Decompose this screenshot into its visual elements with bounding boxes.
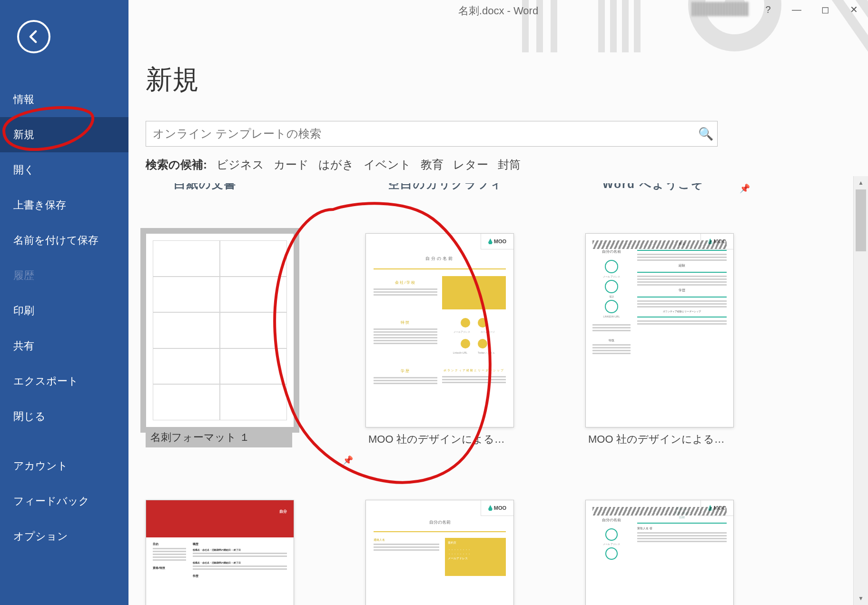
nav-share[interactable]: 共有: [0, 328, 128, 364]
template-grid: 名刺フォーマット １ 📌 MOO 自分の名前 会社/学校: [146, 233, 799, 605]
template-moo-red[interactable]: MOO 自分 目的 資格/特技: [146, 500, 360, 605]
help-button[interactable]: ?: [754, 0, 782, 19]
suggestions-label: 検索の候補:: [146, 157, 207, 172]
search-icon[interactable]: 🔍: [694, 127, 717, 141]
nav-info[interactable]: 情報: [0, 82, 128, 117]
template-thumb: [146, 233, 294, 427]
clipped-title-blank: 白紙の文書: [174, 183, 237, 192]
close-button[interactable]: ✕: [839, 0, 868, 19]
template-search-input[interactable]: [146, 127, 694, 141]
search-suggestions: 検索の候補: ビジネス カード はがき イベント 教育 レター 封筒: [146, 157, 521, 172]
nav-list: 情報 新規 開く 上書き保存 名前を付けて保存 履歴 印刷 共有 エクスポート …: [0, 82, 128, 554]
scroll-track[interactable]: [854, 189, 868, 592]
template-search-box: 🔍: [146, 121, 718, 147]
pin-icon[interactable]: 📌: [343, 455, 353, 466]
nav-save-as[interactable]: 名前を付けて保存: [0, 223, 128, 258]
template-moo-teal-2[interactable]: MOO 自分の名前 メール アドレス 受取人名 役職 / 会社 日付: [585, 500, 799, 605]
suggestion-envelope[interactable]: 封筒: [498, 157, 521, 172]
vertical-scrollbar[interactable]: ▲ ▼: [853, 176, 868, 605]
template-thumb: MOO 自分 目的 資格/特技: [146, 500, 294, 605]
clipped-title-welcome: Word へようこそ: [602, 183, 704, 192]
suggestion-event[interactable]: イベント: [364, 157, 411, 172]
moo-name: 自分: [279, 509, 287, 514]
template-thumb: MOO 自分の名前 メール アドレス 受取人名 役職 / 会社 日付: [585, 500, 734, 605]
nav-close[interactable]: 閉じる: [0, 399, 128, 434]
back-arrow-icon: [26, 29, 42, 45]
template-label: MOO 社のデザインによる…: [365, 432, 580, 446]
nav-open[interactable]: 開く: [0, 152, 128, 188]
nav-feedback[interactable]: フィードバック: [0, 484, 128, 519]
template-thumb: MOO 自分の名前 メール アドレス 電話 LINKEDIN URL: [585, 233, 734, 427]
nav-print[interactable]: 印刷: [0, 293, 128, 328]
moo-heading: 自分の名前: [374, 241, 506, 269]
nav-export[interactable]: エクスポート: [0, 364, 128, 399]
nav-options[interactable]: オプション: [0, 519, 128, 554]
nav-history: 履歴: [0, 258, 128, 293]
scroll-thumb[interactable]: [856, 189, 866, 251]
template-moo-teal[interactable]: MOO 自分の名前 メール アドレス 電話 LINKEDIN URL: [585, 233, 799, 452]
suggestion-business[interactable]: ビジネス: [217, 157, 264, 172]
scroll-up-arrow[interactable]: ▲: [854, 176, 868, 189]
nav-new[interactable]: 新規: [0, 117, 128, 152]
page-title: 新規: [146, 62, 199, 98]
nav-account[interactable]: アカウント: [0, 448, 128, 484]
main-content: 名刺.docx - Word ? — ◻ ✕ 新規 🔍 検索の候補: ビジネス …: [128, 0, 868, 605]
title-bar: 名刺.docx - Word ? — ◻ ✕: [128, 0, 868, 19]
moo-heading: 自分の名前: [374, 508, 506, 532]
suggestion-education[interactable]: 教育: [421, 157, 444, 172]
template-thumb: MOO 自分の名前 連絡人名 要約文・・・・・・・・・・・・・・・・メールアドレ…: [365, 500, 514, 605]
scroll-down-arrow[interactable]: ▼: [854, 592, 868, 605]
account-info[interactable]: [692, 2, 749, 16]
template-businesscard-format-1[interactable]: 名刺フォーマット １ 📌: [146, 233, 360, 452]
template-moo-yellow[interactable]: MOO 自分の名前 会社/学校 特技: [365, 233, 580, 452]
nav-save[interactable]: 上書き保存: [0, 188, 128, 223]
maximize-button[interactable]: ◻: [811, 0, 839, 19]
document-title: 名刺.docx - Word: [458, 4, 538, 18]
suggestion-letter[interactable]: レター: [453, 157, 488, 172]
backstage-sidebar: 情報 新規 開く 上書き保存 名前を付けて保存 履歴 印刷 共有 エクスポート …: [0, 0, 128, 605]
template-moo-yellow-2[interactable]: MOO 自分の名前 連絡人名 要約文・・・・・・・・・・・・・・・・メールアドレ…: [365, 500, 580, 605]
clipped-row: 白紙の文書 空白のカリグラフィ Word へようこそ 📌: [146, 183, 755, 198]
template-thumb: MOO 自分の名前 会社/学校 特技: [365, 233, 514, 427]
clipped-title-calligraphy: 空白のカリグラフィ: [388, 183, 503, 192]
template-label: 名刺フォーマット １: [146, 427, 292, 447]
pin-icon[interactable]: 📌: [740, 183, 750, 194]
back-button[interactable]: [17, 20, 50, 53]
template-label: MOO 社のデザインによる…: [585, 432, 799, 446]
suggestion-card[interactable]: カード: [274, 157, 309, 172]
suggestion-postcard[interactable]: はがき: [318, 157, 354, 172]
minimize-button[interactable]: —: [782, 0, 811, 19]
